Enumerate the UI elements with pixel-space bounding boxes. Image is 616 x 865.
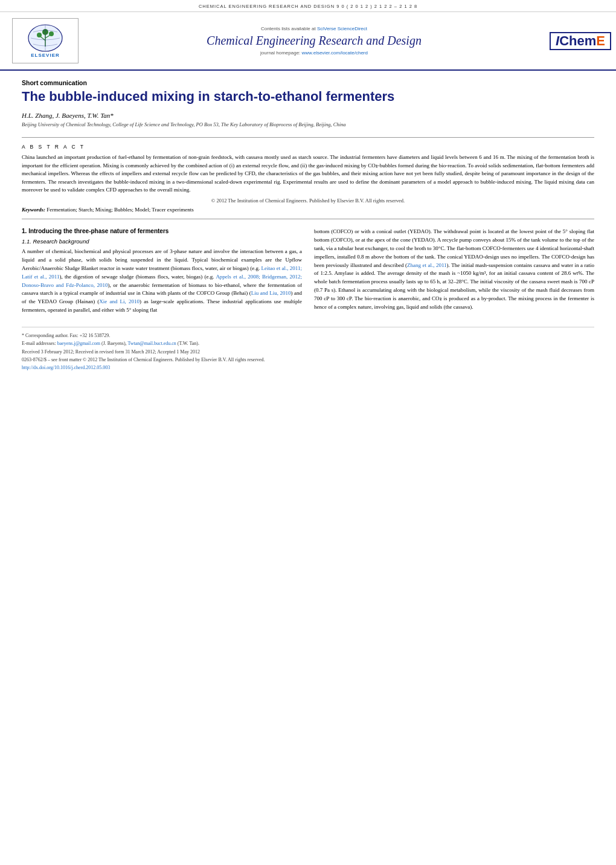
abstract-section: A B S T R A C T China launched an import… [22, 144, 594, 213]
affiliation: Beijing University of Chemical Technolog… [22, 121, 594, 129]
column-left: 1. Introducing the three-phase nature of… [22, 228, 302, 315]
issn-line: 0263-8762/$ – see front matter © 2012 Th… [22, 356, 594, 363]
subsection1-title: 1.1. Research background [22, 238, 302, 245]
article-type: Short communication [22, 79, 594, 86]
section1-title: 1. Introducing the three-phase nature of… [22, 228, 302, 234]
svg-point-5 [49, 31, 54, 36]
elsevier-logo: ELSEVIER [12, 18, 79, 63]
two-column-layout: 1. Introducing the three-phase nature of… [22, 228, 594, 315]
elsevier-globe-icon [26, 24, 65, 53]
abstract-text: China launched an important production o… [22, 153, 594, 195]
journal-branding: ELSEVIER Contents lists available at Sci… [0, 12, 616, 71]
abstract-title: A B S T R A C T [22, 144, 594, 150]
copyright: © 2012 The Institution of Chemical Engin… [22, 198, 594, 204]
email-addresses: E-mail addresses: baeyens.j@gmail.com (J… [22, 340, 594, 347]
doi-link[interactable]: http://dx.doi.org/10.1016/j.cherd.2012.0… [22, 365, 110, 370]
sciverse-link: Contents lists available at SciVerse Sci… [91, 26, 537, 31]
journal-center-info: Contents lists available at SciVerse Sci… [91, 26, 537, 56]
journal-citation: CHEMICAL ENGINEERING RESEARCH AND DESIGN… [199, 4, 417, 9]
email2-link[interactable]: Twtan@mail.buct.edu.cn [127, 341, 176, 346]
keywords: Keywords: Fermentation; Starch; Mixing; … [22, 207, 594, 213]
svg-point-4 [37, 33, 42, 37]
received-dates: Received 3 February 2012; Received in re… [22, 349, 594, 355]
divider-middle [22, 219, 594, 219]
doi-line: http://dx.doi.org/10.1016/j.cherd.2012.0… [22, 364, 594, 371]
journal-header-bar: CHEMICAL ENGINEERING RESEARCH AND DESIGN… [0, 0, 616, 12]
homepage-link[interactable]: www.elsevier.com/locate/cherd [302, 50, 368, 56]
col-right-text: bottom (COFCO) or with a conical outlet … [314, 228, 594, 312]
journal-title: Chemical Engineering Research and Design [91, 34, 537, 48]
page-wrapper: CHEMICAL ENGINEERING RESEARCH AND DESIGN… [0, 0, 616, 384]
sciverse-anchor[interactable]: SciVerse ScienceDirect [317, 26, 367, 31]
subsection1-text: A number of chemical, biochemical and ph… [22, 248, 302, 315]
paper-title: The bubble-induced mixing in starch-to-e… [22, 89, 594, 105]
icheme-logo: IChemE [550, 32, 604, 50]
journal-homepage: journal homepage: www.elsevier.com/locat… [91, 50, 537, 56]
column-right: bottom (COFCO) or with a conical outlet … [314, 228, 594, 315]
elsevier-wordmark: ELSEVIER [19, 53, 72, 58]
email1-link[interactable]: baeyens.j@gmail.com [57, 341, 100, 346]
content-area: Short communication The bubble-induced m… [0, 71, 616, 384]
authors: H.L. Zhang, J. Baeyens, T.W. Tan* [22, 112, 594, 119]
corresponding-author: * Corresponding author. Fax: +32 16 5387… [22, 332, 594, 339]
footer: * Corresponding author. Fax: +32 16 5387… [22, 327, 594, 371]
divider-top [22, 137, 594, 138]
